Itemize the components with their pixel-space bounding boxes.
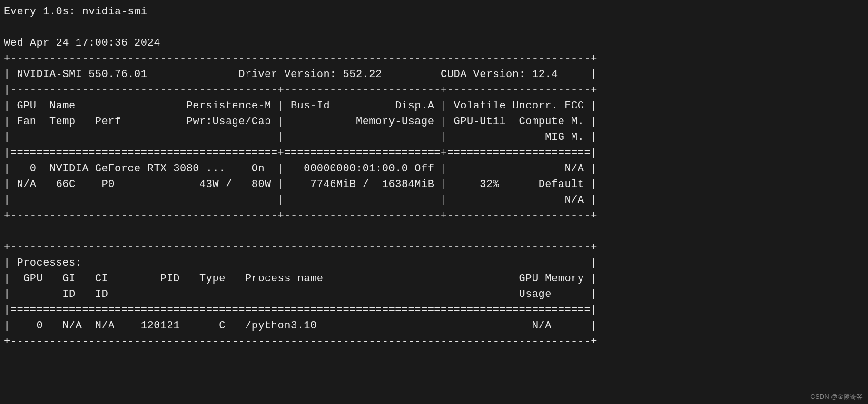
proc-name: /python3.10 [245, 320, 317, 332]
proc-pid: 120121 [141, 320, 180, 332]
gpu-fan: N/A [17, 178, 36, 190]
gpu-pwr-usage: 43W [199, 178, 219, 190]
driver-version-label: Driver Version: [238, 69, 336, 80]
gpu-persistence: On [252, 163, 265, 175]
processes-title: Processes: [17, 257, 82, 269]
gpu-util: 32% [480, 178, 499, 190]
gpu-temp: 66C [56, 178, 76, 190]
gpu-index: 0 [30, 163, 37, 175]
cuda-version-label: CUDA Version: [441, 69, 525, 80]
gpu-mem-total: 16384MiB [382, 178, 434, 190]
gpu-perf: P0 [102, 178, 115, 190]
proc-ci: N/A [95, 320, 115, 332]
terminal-output: Every 1.0s: nvidia-smi Wed Apr 24 17:00:… [4, 4, 864, 349]
watch-command: nvidia-smi [82, 6, 147, 18]
gpu-mig: N/A [564, 194, 584, 206]
proc-type: C [219, 320, 226, 332]
driver-version: 552.22 [343, 69, 382, 80]
gpu-mem-used: 7746MiB [310, 178, 356, 190]
proc-gpu: 0 [37, 320, 43, 332]
gpu-dispa: Off [414, 163, 434, 175]
gpu-pwr-cap: 80W [252, 178, 271, 190]
watch-prefix: Every 1.0s: [4, 6, 82, 18]
watermark: CSDN @金陵寄客 [810, 392, 863, 402]
cuda-version: 12.4 [532, 69, 558, 80]
smi-version: NVIDIA-SMI 550.76.01 [17, 69, 147, 80]
gpu-busid: 00000000:01:00.0 [304, 163, 408, 175]
gpu-name: NVIDIA GeForce RTX 3080 ... [49, 163, 226, 175]
timestamp: Wed Apr 24 17:00:36 2024 [4, 37, 160, 49]
gpu-ecc: N/A [564, 163, 584, 175]
proc-mem: N/A [532, 320, 552, 332]
proc-gi: N/A [62, 320, 82, 332]
gpu-compute: Default [539, 178, 584, 190]
